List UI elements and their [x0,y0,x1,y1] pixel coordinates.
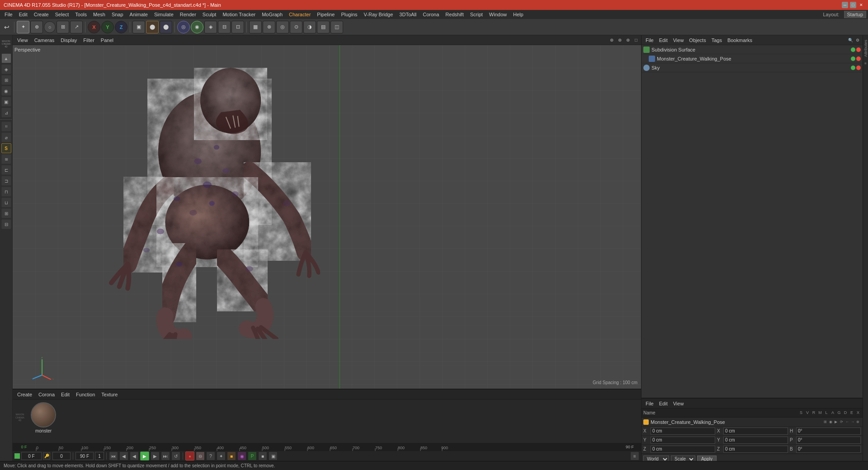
menu-character[interactable]: Character [286,11,313,18]
play-forward-button[interactable]: ▶ [140,451,149,461]
coord-z-size[interactable] [723,446,788,453]
props-icon-2[interactable]: ◉ [829,420,834,424]
circle-tool[interactable]: ○ [44,21,56,33]
obj-render-monster[interactable] [856,56,861,61]
menu-help[interactable]: Help [510,11,526,18]
auto-key-button[interactable]: ⊖ [196,451,205,461]
tool-grid4[interactable]: ⊟ [1,219,11,229]
next-key-button[interactable]: ▶ [151,451,160,461]
menu-sculpt[interactable]: Sculpt [200,11,219,18]
menu-plugins[interactable]: Plugins [338,11,360,18]
model-mode[interactable]: ◎ [177,21,190,33]
polygon-mode[interactable]: ◈ [204,21,217,33]
vp-control-rotate[interactable]: ⊕ [625,37,631,43]
vp-control-maximize[interactable]: □ [633,37,639,43]
timeline-ruler[interactable]: 0 F 0 50 100 150 200 [13,443,641,451]
tool-model[interactable]: ▲ [1,53,11,63]
vp-menu-view[interactable]: View [14,37,31,44]
y-axis-button[interactable]: Y [101,21,114,33]
material-slot[interactable]: monster [31,402,56,433]
objmgr-search-icon[interactable]: 🔍 [847,37,854,43]
minimize-button[interactable]: ─ [842,2,848,8]
menu-mograph[interactable]: MoGraph [259,11,285,18]
prev-key-button[interactable]: ◀ [119,451,128,461]
objmgr-menu-file[interactable]: File [643,37,656,44]
material-edit-btn[interactable]: ⊙ [290,21,302,33]
obj-vis-sky[interactable] [851,66,855,70]
tool-point[interactable]: ◉ [1,86,11,96]
menu-redshift[interactable]: Redshift [443,11,466,18]
coord-h-val[interactable] [796,428,861,435]
key-pos-button[interactable]: ■ [227,451,236,461]
new-object-button[interactable]: ✦ [17,21,29,33]
vp-menu-filter[interactable]: Filter [80,37,97,44]
menu-script[interactable]: Script [467,11,486,18]
vp-control-move[interactable]: ⊕ [609,37,615,43]
objmgr-menu-edit[interactable]: Edit [657,37,670,44]
goto-end-button[interactable]: ⏭ [161,451,170,461]
objmgr-menu-bookmarks[interactable]: Bookmarks [725,37,755,44]
menu-mesh[interactable]: Mesh [90,11,108,18]
play-back-button[interactable]: ◀ [130,451,139,461]
layers-icon[interactable]: ≡ [863,61,868,66]
tool-line[interactable]: ⌗ [1,122,11,132]
vp-menu-display[interactable]: Display [58,37,80,44]
props-icon-3[interactable]: ▶ [835,420,839,424]
coord-y-size[interactable] [723,437,788,444]
objmgr-menu-view[interactable]: View [671,37,686,44]
props-icon-7[interactable]: ⊗ [856,420,861,424]
display-btn[interactable]: ▤ [317,21,330,33]
obj-item-sky[interactable]: Sky [642,63,863,72]
help-button[interactable]: ? [206,451,215,461]
loop-button[interactable]: ↺ [171,451,180,461]
grid-toggle[interactable]: ▦ [249,21,262,33]
coord-y-pos[interactable] [651,437,715,444]
tool-sculpt3[interactable]: ⊐ [1,176,11,186]
frame-input[interactable] [21,452,42,460]
undo-button[interactable]: ↩ [2,21,12,33]
render-view-button[interactable]: ▣ [132,21,145,33]
record-button[interactable]: ● [185,451,194,461]
key-rot-button[interactable]: ◉ [237,451,246,461]
tool-sculpt1[interactable]: ≋ [1,154,11,164]
tool-grid1[interactable]: ⊓ [1,187,11,197]
vp-menu-cameras[interactable]: Cameras [32,37,57,44]
maximize-button[interactable]: □ [850,2,856,8]
menu-animate[interactable]: Animate [127,11,151,18]
props-menu-file[interactable]: File [643,400,656,407]
end-frame-input[interactable] [75,452,94,460]
mat-menu-texture[interactable]: Texture [99,391,120,398]
props-icon-1[interactable]: ⊞ [824,420,828,424]
obj-render-sky[interactable] [856,66,861,70]
menu-vray[interactable]: V-Ray Bridge [361,11,396,18]
tool-grid3[interactable]: ⊞ [1,208,11,218]
obj-vis-monster[interactable] [851,56,855,61]
menu-window[interactable]: Window [486,11,509,18]
props-icon-5[interactable]: ← [845,420,850,424]
vp-control-zoom[interactable]: ⊕ [617,37,623,43]
vp-menu-panel[interactable]: Panel [98,37,116,44]
obj-item-subdivision[interactable]: Subdivision Surface [642,45,863,54]
objmgr-menu-objects[interactable]: Objects [687,37,708,44]
timeline-options-button[interactable]: ≡ [630,451,639,461]
timeline-start-marker[interactable] [14,453,20,459]
z-axis-button[interactable]: Z [115,21,127,33]
menu-simulate[interactable]: Simulate [151,11,176,18]
tool-paint[interactable]: ▣ [1,97,11,107]
point-mode[interactable]: ⊡ [231,21,244,33]
add-button[interactable]: ⊕ [30,21,43,33]
close-button[interactable]: ✕ [858,2,864,8]
stereo-btn[interactable]: ◫ [330,21,343,33]
obj-item-monster[interactable]: Monster_Creature_Walking_Pose [642,54,863,63]
props-icon-4[interactable]: ⟳ [840,420,844,424]
render-button[interactable]: ⬤ [146,21,159,33]
tool-grid2[interactable]: ⊔ [1,197,11,207]
tool-edge[interactable]: ⊞ [1,75,11,85]
key-scale-button[interactable]: P [248,451,257,461]
edge-mode[interactable]: ⊟ [218,21,231,33]
snap-toggle[interactable]: ⊗ [263,21,275,33]
key-button[interactable]: 🔑 [43,452,50,460]
menu-pipeline[interactable]: Pipeline [314,11,337,18]
coord-p-val[interactable] [796,437,861,444]
key-all-button[interactable]: ✦ [217,451,226,461]
